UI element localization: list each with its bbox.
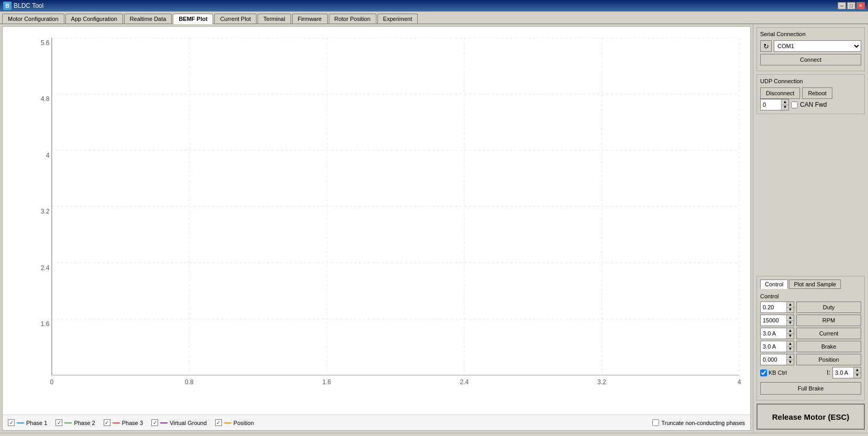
connect-button[interactable]: Connect: [760, 54, 861, 65]
position-spinbox[interactable]: ▲ ▼: [760, 354, 794, 365]
tab-bemf-plot[interactable]: BEMF Plot: [173, 14, 213, 24]
window-controls: ─ □ ✕: [838, 2, 865, 9]
current-down[interactable]: ▼: [786, 334, 794, 339]
spinbox-down[interactable]: ▼: [781, 105, 788, 110]
can-row: ▲ ▼ CAN Fwd: [760, 99, 861, 110]
svg-text:2.4: 2.4: [41, 264, 50, 271]
duty-up[interactable]: ▲: [786, 302, 794, 308]
brake-spinbox[interactable]: ▲ ▼: [760, 341, 794, 352]
svg-text:0.8: 0.8: [185, 378, 194, 386]
legend-item-position: Position: [215, 419, 254, 426]
control-tab-control[interactable]: Control: [760, 280, 788, 289]
i-spinbox[interactable]: ▲ ▼: [832, 367, 861, 378]
brake-down[interactable]: ▼: [786, 347, 794, 352]
close-button[interactable]: ✕: [856, 2, 865, 9]
release-motor-button[interactable]: Release Motor (ESC): [756, 404, 865, 430]
full-brake-button[interactable]: Full Brake: [760, 382, 861, 395]
tab-terminal[interactable]: Terminal: [258, 14, 291, 24]
i-label: I:: [827, 369, 830, 376]
tab-rotor-position[interactable]: Rotor Position: [329, 14, 376, 24]
com-port-select[interactable]: COM1: [774, 40, 861, 52]
kb-ctrl-checkbox[interactable]: [760, 370, 767, 376]
current-button[interactable]: Current: [796, 328, 861, 339]
app-title: BLDC Tool: [14, 2, 43, 9]
tab-firmware[interactable]: Firmware: [292, 14, 328, 24]
legend-label-phase3: Phase 3: [122, 420, 143, 426]
position-row: ▲ ▼ Position: [760, 354, 861, 365]
control-title: Control: [760, 293, 861, 299]
reboot-button[interactable]: Reboot: [802, 87, 832, 99]
position-button[interactable]: Position: [796, 354, 861, 365]
duty-spinbox[interactable]: ▲ ▼: [760, 301, 794, 313]
can-fwd-checkbox[interactable]: [791, 102, 798, 108]
duty-row: ▲ ▼ Duty: [760, 301, 861, 313]
legend-color-phase3: [113, 422, 120, 423]
position-input[interactable]: [762, 356, 786, 363]
udp-buttons-row: Disconnect Reboot: [760, 87, 861, 99]
disconnect-button[interactable]: Disconnect: [760, 87, 800, 99]
rpm-spinbox[interactable]: ▲ ▼: [760, 315, 794, 326]
duty-button[interactable]: Duty: [796, 301, 861, 313]
duty-input[interactable]: [762, 304, 786, 310]
position-up[interactable]: ▲: [786, 354, 794, 360]
right-panel: Serial Connection ↻ COM1 Connect UDP Con…: [753, 24, 868, 433]
legend-label-phase2: Phase 2: [74, 420, 95, 426]
legend-checkbox-virtual-ground[interactable]: [151, 419, 158, 426]
truncate-option: Truncate non-conducting phases: [652, 419, 745, 426]
legend-item-phase2: Phase 2: [55, 419, 95, 426]
i-arrows: ▲ ▼: [853, 367, 861, 378]
kb-ctrl-label: KB Ctrl: [760, 370, 787, 376]
rpm-input[interactable]: [762, 317, 786, 323]
serial-connection-section: Serial Connection ↻ COM1 Connect: [756, 27, 865, 71]
rpm-button[interactable]: RPM: [796, 315, 861, 326]
svg-text:4: 4: [46, 152, 50, 159]
status-bar: Not connected: [0, 433, 868, 436]
spinbox-up[interactable]: ▲: [781, 99, 788, 105]
control-panel: Control ▲ ▼ Duty: [760, 291, 861, 397]
current-input[interactable]: [762, 330, 786, 337]
position-arrows: ▲ ▼: [786, 354, 794, 365]
control-tab-plot-sample[interactable]: Plot and Sample: [789, 280, 841, 289]
truncate-label: Truncate non-conducting phases: [661, 420, 745, 426]
tab-motor-config[interactable]: Motor Configuration: [2, 14, 64, 24]
svg-text:2.4: 2.4: [460, 378, 469, 386]
minimize-button[interactable]: ─: [838, 2, 846, 9]
i-up[interactable]: ▲: [853, 367, 861, 373]
brake-arrows: ▲ ▼: [786, 341, 794, 352]
position-down[interactable]: ▼: [786, 360, 794, 365]
legend-checkbox-phase3[interactable]: [104, 419, 110, 426]
tab-realtime-data[interactable]: Realtime Data: [124, 14, 172, 24]
current-row: ▲ ▼ Current: [760, 328, 861, 339]
legend-checkbox-phase1[interactable]: [8, 419, 15, 426]
rpm-up[interactable]: ▲: [786, 315, 794, 321]
plot-area: 5.64.843.22.41.600.81.62.43.24 Phase 1Ph…: [2, 26, 751, 431]
brake-button[interactable]: Brake: [796, 341, 861, 352]
duty-down[interactable]: ▼: [786, 308, 794, 313]
can-spinbox[interactable]: ▲ ▼: [760, 99, 789, 110]
tab-app-config[interactable]: App Configuration: [65, 14, 123, 24]
tab-experiment[interactable]: Experiment: [377, 14, 418, 24]
svg-text:5.6: 5.6: [41, 39, 50, 47]
current-spinbox[interactable]: ▲ ▼: [760, 328, 794, 339]
legend-checkbox-position[interactable]: [215, 419, 222, 426]
tab-current-plot[interactable]: Current Plot: [214, 14, 257, 24]
kb-ctrl-row: KB Ctrl I: ▲ ▼: [760, 367, 861, 378]
i-down[interactable]: ▼: [853, 373, 861, 378]
legend-checkbox-phase2[interactable]: [55, 419, 62, 426]
spacer: [756, 117, 865, 273]
brake-input[interactable]: [762, 343, 786, 350]
control-tabs: ControlPlot and Sample: [760, 280, 861, 289]
rpm-down[interactable]: ▼: [786, 321, 794, 326]
refresh-button[interactable]: ↻: [760, 40, 772, 52]
can-value-input[interactable]: [762, 102, 782, 108]
current-up[interactable]: ▲: [786, 328, 794, 334]
kb-ctrl-text: KB Ctrl: [769, 370, 787, 376]
svg-text:4: 4: [738, 378, 741, 386]
i-value-input[interactable]: [834, 370, 853, 376]
truncate-checkbox[interactable]: [652, 419, 659, 426]
brake-up[interactable]: ▲: [786, 341, 794, 347]
legend-label-phase1: Phase 1: [26, 420, 47, 426]
svg-text:3.2: 3.2: [41, 208, 50, 215]
rpm-arrows: ▲ ▼: [786, 315, 794, 326]
maximize-button[interactable]: □: [847, 2, 855, 9]
